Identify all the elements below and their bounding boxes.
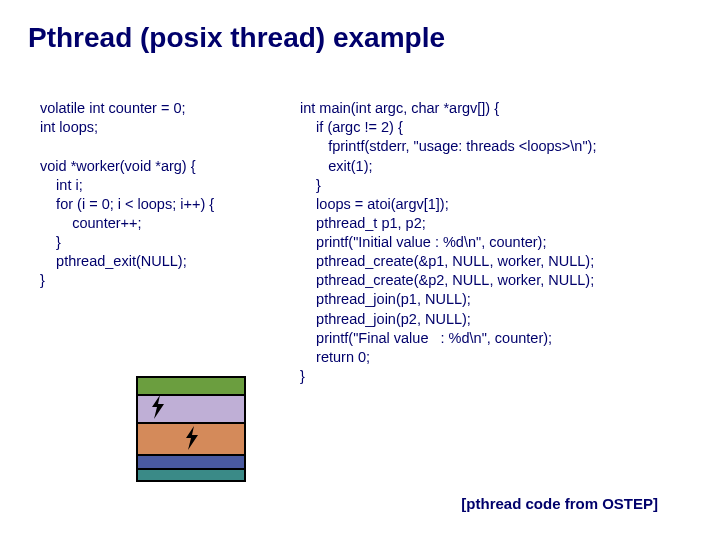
stack-layer (136, 376, 246, 394)
code-line: exit(1); (300, 158, 373, 174)
stack-diagram (136, 376, 246, 484)
stack-layer (136, 394, 246, 422)
stack-layer (136, 422, 246, 454)
code-line: if (argc != 2) { (300, 119, 403, 135)
code-line: return 0; (300, 349, 370, 365)
code-right-column: int main(int argc, char *argv[]) { if (a… (300, 80, 596, 405)
bolt-icon (150, 395, 166, 425)
code-line: pthread_t p1, p2; (300, 215, 426, 231)
code-line: int i; (40, 177, 83, 193)
code-line: pthread_join(p1, NULL); (300, 291, 471, 307)
code-line: pthread_create(&p2, NULL, worker, NULL); (300, 272, 594, 288)
code-line: printf("Initial value : %d\n", counter); (300, 234, 546, 250)
code-line: loops = atoi(argv[1]); (300, 196, 449, 212)
stack-layer (136, 454, 246, 468)
code-line: int main(int argc, char *argv[]) { (300, 100, 499, 116)
code-line: } (300, 177, 321, 193)
code-columns: volatile int counter = 0; int loops; voi… (0, 54, 720, 405)
attribution-text: [pthread code from OSTEP] (461, 495, 658, 512)
code-line: pthread_exit(NULL); (40, 253, 187, 269)
bolt-icon (184, 426, 200, 456)
code-line: void *worker(void *arg) { (40, 158, 196, 174)
code-line: counter++; (40, 215, 142, 231)
code-left-column: volatile int counter = 0; int loops; voi… (40, 80, 300, 405)
code-line: fprintf(stderr, "usage: threads <loops>\… (300, 138, 596, 154)
slide-title: Pthread (posix thread) example (0, 0, 720, 54)
code-line: int loops; (40, 119, 98, 135)
stack-layer (136, 468, 246, 482)
code-line: pthread_join(p2, NULL); (300, 311, 471, 327)
code-line: for (i = 0; i < loops; i++) { (40, 196, 214, 212)
code-line: } (300, 368, 305, 384)
code-line: } (40, 272, 45, 288)
code-line: volatile int counter = 0; (40, 100, 186, 116)
code-line: } (40, 234, 61, 250)
code-line: pthread_create(&p1, NULL, worker, NULL); (300, 253, 594, 269)
code-line: printf("Final value : %d\n", counter); (300, 330, 552, 346)
